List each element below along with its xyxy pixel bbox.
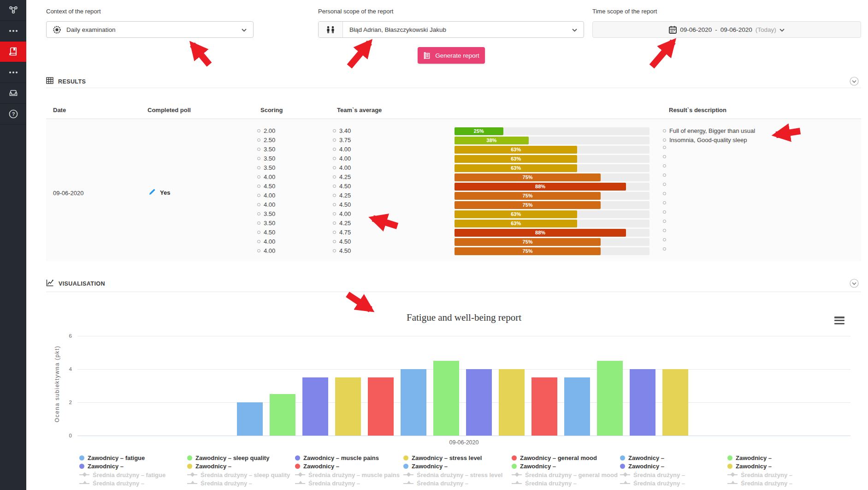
legend-item[interactable]: Zawodnicy – — [79, 462, 165, 471]
scoring-value: 4.00 — [257, 192, 275, 199]
y-tick-label: 0 — [51, 433, 72, 438]
result-subrow: 3.504.0063% — [0, 163, 868, 173]
personal-value: Błąd Adrian, Błaszczykowski Jakub — [349, 26, 446, 33]
legend-item[interactable]: Średnia drużyny – — [620, 479, 685, 488]
legend-item[interactable]: Średnia drużyny – — [727, 471, 792, 479]
result-description — [663, 247, 666, 251]
legend-item[interactable]: Średnia drużyny – — [403, 479, 502, 488]
chart-bar[interactable] — [564, 377, 590, 436]
legend-line-marker-icon — [79, 474, 89, 475]
percent-bar: 75% — [455, 201, 650, 209]
legend-item[interactable]: Średnia drużyny – general mood — [512, 471, 618, 479]
visualisation-collapse-button[interactable] — [850, 279, 859, 288]
legend-item[interactable]: Średnia drużyny – — [187, 479, 290, 488]
scoring-value: 3.50 — [257, 210, 275, 217]
team-average-value: 4.00 — [333, 164, 351, 171]
legend-item[interactable]: Średnia drużyny – stress level — [403, 471, 502, 479]
time-end: 09-06-2020 — [720, 26, 752, 33]
legend-item[interactable]: Średnia drużyny – — [727, 479, 792, 488]
chart-title: Fatigue and well-being report — [77, 312, 850, 323]
report-page: ? Context of the report Daily examinatio… — [0, 0, 868, 490]
legend-item[interactable]: Zawodnicy – stress level — [403, 454, 502, 462]
legend-item[interactable]: Zawodnicy – — [620, 454, 685, 462]
legend-column: Zawodnicy – stress levelZawodnicy –Średn… — [403, 454, 502, 488]
sidebar-item-more-1[interactable] — [0, 21, 26, 42]
legend-item[interactable]: Zawodnicy – sleep quality — [187, 454, 290, 462]
legend-item[interactable]: Zawodnicy – — [727, 462, 792, 471]
chart-bar[interactable] — [597, 361, 623, 436]
percent-bar: 75% — [455, 173, 650, 181]
chart-bar[interactable] — [270, 394, 295, 436]
sidebar-item-reports[interactable] — [0, 42, 26, 62]
red-arrow-annotation — [652, 42, 673, 66]
sidebar-item-help[interactable]: ? — [0, 104, 26, 125]
chevron-down-icon — [242, 25, 247, 34]
generate-report-button[interactable]: Generate report — [418, 47, 485, 64]
sidebar-item-team[interactable] — [0, 0, 26, 21]
legend-item[interactable]: Zawodnicy – — [727, 454, 792, 462]
time-label: Time scope of the report — [592, 8, 657, 15]
legend-item[interactable]: Średnia drużyny – — [295, 479, 400, 488]
chart-bar[interactable] — [302, 377, 328, 436]
chart-bar[interactable] — [368, 377, 394, 436]
red-arrow-annotation — [192, 44, 209, 65]
team-average-value: 4.00 — [333, 210, 351, 217]
team-average-value: 4.50 — [333, 183, 351, 190]
menu-ellipsis-icon — [9, 30, 18, 32]
legend-item[interactable]: Średnia drużyny – — [620, 471, 685, 479]
reports-book-icon — [9, 47, 18, 56]
result-description — [663, 146, 666, 149]
legend-dot-icon — [620, 455, 625, 460]
team-average-value: 3.75 — [333, 137, 351, 143]
result-description — [663, 220, 666, 223]
chart-bar[interactable] — [662, 369, 688, 436]
sidebar-item-locker[interactable] — [0, 83, 26, 104]
legend-line-marker-icon — [295, 474, 305, 475]
legend-item[interactable]: Średnia drużyny – — [512, 479, 618, 488]
chart-bar[interactable] — [531, 377, 557, 436]
percent-bar: 63% — [455, 164, 650, 172]
sidebar-item-more-2[interactable] — [0, 62, 26, 83]
hamburger-icon[interactable] — [834, 317, 844, 324]
context-label: Context of the report — [46, 8, 101, 15]
result-subrow: 3.504.0063% — [0, 145, 868, 154]
chart-bar[interactable] — [237, 402, 263, 436]
chart-bar[interactable] — [401, 369, 426, 436]
personal-dropdown[interactable]: Błąd Adrian, Błaszczykowski Jakub — [318, 21, 584, 38]
legend-line-marker-icon — [620, 483, 630, 484]
result-subrow: 4.004.5075% — [0, 246, 868, 256]
legend-column: Zawodnicy – fatigueZawodnicy –Średnia dr… — [79, 454, 165, 488]
context-dropdown[interactable]: Daily examination — [46, 21, 254, 38]
chart-bar[interactable] — [335, 377, 361, 436]
legend-item[interactable]: Średnia drużyny – fatigue — [79, 471, 165, 479]
results-rows: 2.003.4025%Full of energy, Bigger than u… — [0, 126, 868, 256]
chart-bar[interactable] — [466, 369, 492, 436]
legend-item[interactable]: Zawodnicy – — [403, 462, 502, 471]
legend-line-marker-icon — [620, 474, 630, 475]
legend-item[interactable]: Zawodnicy – — [295, 462, 400, 471]
legend-dot-icon — [620, 464, 625, 469]
col-header-result-description: Result`s description — [669, 107, 726, 114]
legend-item[interactable]: Zawodnicy – fatigue — [79, 454, 165, 462]
legend-item[interactable]: Średnia drużyny – muscle pains — [295, 471, 400, 479]
legend-item[interactable]: Zawodnicy – general mood — [512, 454, 618, 462]
chart-bar[interactable] — [630, 369, 655, 436]
scoring-value: 4.00 — [257, 201, 275, 208]
chart-bar[interactable] — [433, 361, 459, 436]
col-header-team-average: Team`s average — [337, 107, 382, 114]
legend-item[interactable]: Średnia drużyny – sleep quality — [187, 471, 290, 479]
percent-label: 88% — [535, 184, 545, 189]
time-range-picker[interactable]: 09-06-2020 - 09-06-2020 (Today) — [592, 21, 861, 38]
result-subrow: 3.504.2563% — [0, 219, 868, 228]
result-subrow: 4.504.7588% — [0, 228, 868, 237]
results-collapse-button[interactable] — [850, 77, 859, 86]
legend-line-marker-icon — [187, 474, 197, 475]
legend-item[interactable]: Zawodnicy – — [620, 462, 685, 471]
percent-label: 38% — [486, 137, 496, 143]
people-icon — [319, 22, 343, 37]
chart-bar[interactable] — [499, 369, 525, 436]
legend-item[interactable]: Zawodnicy – — [187, 462, 290, 471]
legend-item[interactable]: Zawodnicy – muscle pains — [295, 454, 400, 462]
legend-item[interactable]: Zawodnicy – — [512, 462, 618, 471]
legend-item[interactable]: Średnia drużyny – — [79, 479, 165, 488]
